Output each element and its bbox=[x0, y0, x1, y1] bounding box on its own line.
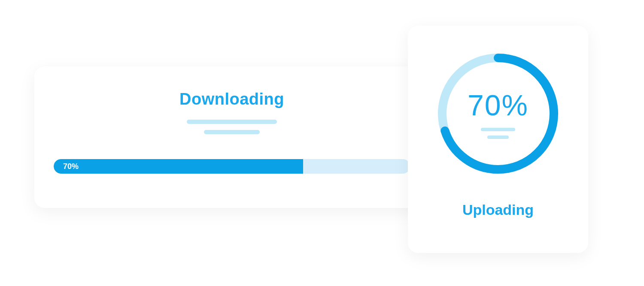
upload-progress-ring: 70% bbox=[434, 49, 562, 178]
download-decor-lines bbox=[187, 120, 277, 134]
stage: Downloading 70% 70% bbox=[0, 0, 644, 286]
upload-card: 70% Uploading bbox=[408, 26, 588, 253]
ring-center: 70% bbox=[434, 49, 562, 178]
decor-line-icon bbox=[187, 120, 277, 124]
decor-line-icon bbox=[481, 128, 515, 131]
download-progress: 70% bbox=[54, 159, 410, 174]
download-title: Downloading bbox=[179, 90, 284, 108]
decor-line-icon bbox=[487, 135, 509, 139]
upload-title: Uploading bbox=[462, 202, 534, 218]
progress-percent-label: 70% bbox=[63, 162, 79, 171]
progress-fill: 70% bbox=[54, 159, 303, 174]
upload-decor-lines bbox=[481, 128, 515, 139]
upload-percent-label: 70% bbox=[468, 88, 529, 122]
progress-track: 70% bbox=[54, 159, 410, 174]
download-card: Downloading 70% bbox=[34, 66, 429, 208]
decor-line-icon bbox=[204, 130, 260, 134]
